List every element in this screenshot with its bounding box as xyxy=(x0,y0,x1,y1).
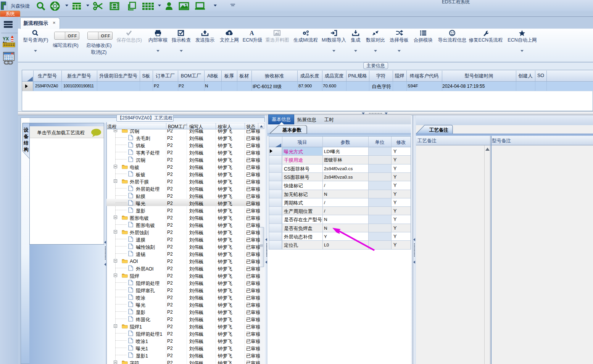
svg-text:A: A xyxy=(250,30,254,36)
svg-text:YX: YX xyxy=(3,36,9,42)
